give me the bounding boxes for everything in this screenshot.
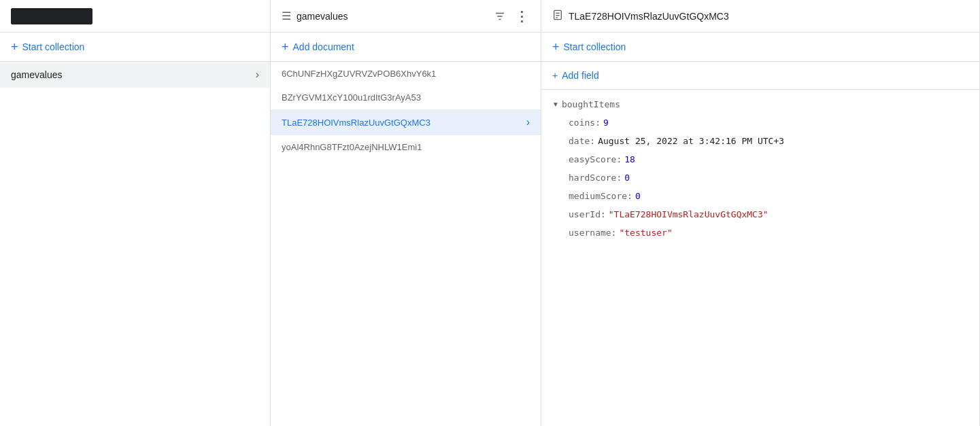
plus-icon-2: + (282, 41, 289, 53)
fields-section: ▼ boughtItems coins: 9 date: August 25, … (541, 90, 979, 247)
field-key-userid: userId: (569, 209, 606, 219)
field-row-mediumscore: mediumScore: 0 (569, 187, 968, 205)
field-value-mediumscore: 0 (635, 191, 641, 201)
doc-id-1: BZrYGVM1XcY100u1rdItG3rAyA53 (282, 92, 421, 103)
field-row-date: date: August 25, 2022 at 3:42:16 PM UTC+… (569, 132, 968, 150)
panel-documents: ☰ gamevalues ⋮ + Add document 6ChUNFzHXg… (271, 0, 541, 426)
doc-id-0: 6ChUNFzHXgZUVRVZvPOB6XhvY6k1 (282, 69, 436, 79)
doc-item-3[interactable]: yoAl4RhnG8TFzt0AzejNHLW1Emi1 (271, 135, 541, 159)
doc-id-2: TLaE728HOIVmsRlazUuvGtGQxMC3 (282, 118, 430, 128)
field-key-username: username: (569, 228, 616, 238)
bought-items-label: boughtItems (562, 99, 620, 109)
field-value-easyscore: 18 (624, 154, 635, 164)
doc-item-2[interactable]: TLaE728HOIVmsRlazUuvGtGQxMC3 › (271, 109, 541, 135)
field-value-date: August 25, 2022 at 3:42:16 PM UTC+3 (598, 136, 784, 146)
doc-detail-content: + Start collection + Add field ▼ boughtI… (541, 33, 979, 426)
field-key-mediumscore: mediumScore: (569, 191, 632, 201)
panel-collections: + Start collection gamevalues › (0, 0, 271, 426)
plus-icon-3: + (552, 41, 560, 53)
more-icon[interactable]: ⋮ (513, 8, 530, 24)
field-value-username: "testuser" (619, 228, 672, 238)
plus-icon-4: + (552, 70, 558, 81)
chevron-right-icon: › (256, 69, 259, 81)
fields-list: coins: 9 date: August 25, 2022 at 3:42:1… (552, 113, 968, 242)
start-collection-button-2[interactable]: + Start collection (541, 33, 979, 62)
logo-bar (0, 0, 270, 33)
add-field-label: Add field (562, 70, 598, 81)
panel3-title: TLaE728HOIVmsRlazUuvGtGQxMC3 (569, 11, 968, 22)
chevron-right-icon-2: › (526, 116, 530, 128)
collection-name: gamevalues (11, 69, 63, 80)
triangle-icon: ▼ (552, 101, 559, 108)
field-value-userid: "TLaE728HOIVmsRlazUuvGtGQxMC3" (609, 209, 768, 219)
plus-icon: + (11, 41, 18, 53)
add-field-button[interactable]: + Add field (541, 62, 979, 90)
field-value-hardscore: 0 (624, 173, 630, 183)
start-collection-label-2: Start collection (564, 41, 626, 52)
field-key-date: date: (569, 136, 595, 146)
doc-item-0[interactable]: 6ChUNFzHXgZUVRVZvPOB6XhvY6k1 (271, 62, 541, 86)
field-key-hardscore: hardScore: (569, 173, 622, 183)
collections-list: gamevalues › (0, 62, 270, 426)
add-document-label: Add document (293, 41, 354, 52)
panel-doc-detail: TLaE728HOIVmsRlazUuvGtGQxMC3 + Start col… (541, 0, 980, 426)
doc-id-3: yoAl4RhnG8TFzt0AzejNHLW1Emi1 (282, 142, 422, 152)
start-collection-button[interactable]: + Start collection (0, 33, 270, 62)
panel3-header: TLaE728HOIVmsRlazUuvGtGQxMC3 (541, 0, 979, 33)
field-row-easyscore: easyScore: 18 (569, 150, 968, 168)
app-logo (11, 8, 92, 24)
start-collection-label: Start collection (22, 41, 85, 52)
doc-item-1[interactable]: BZrYGVM1XcY100u1rdItG3rAyA53 (271, 86, 541, 109)
add-document-button[interactable]: + Add document (271, 33, 541, 62)
field-row-hardscore: hardScore: 0 (569, 168, 968, 187)
field-value-coins: 9 (603, 118, 609, 128)
field-key-easyscore: easyScore: (569, 154, 622, 164)
field-row-username: username: "testuser" (569, 224, 968, 242)
field-row-coins: coins: 9 (569, 113, 968, 132)
doc-detail-icon (552, 10, 563, 23)
documents-list: 6ChUNFzHXgZUVRVZvPOB6XhvY6k1 BZrYGVM1XcY… (271, 62, 541, 426)
panel2-title: gamevalues (297, 11, 486, 22)
field-row-userid: userId: "TLaE728HOIVmsRlazUuvGtGQxMC3" (569, 205, 968, 224)
collection-icon: ☰ (282, 10, 291, 22)
filter-icon[interactable] (492, 8, 508, 24)
panel2-header: ☰ gamevalues ⋮ (271, 0, 541, 33)
field-key-coins: coins: (569, 118, 601, 128)
collection-item-gamevalues[interactable]: gamevalues › (0, 62, 270, 88)
bought-items-header[interactable]: ▼ boughtItems (552, 95, 968, 113)
